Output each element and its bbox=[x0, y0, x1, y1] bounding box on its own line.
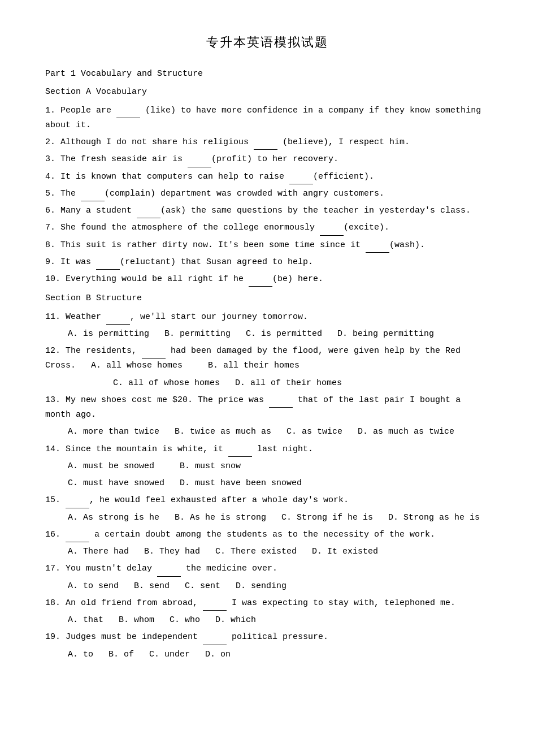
sectionA-heading: Section A Vocabulary bbox=[45, 85, 489, 100]
blank-7 bbox=[320, 235, 344, 236]
options-14b: C. must have snowed D. must have been sn… bbox=[68, 476, 489, 491]
question-6: 6. Many a student (ask) the same questio… bbox=[45, 204, 489, 218]
part1-heading: Part 1 Vocabulary and Structure bbox=[45, 67, 489, 81]
question-2: 2. Although I do not share his religious… bbox=[45, 135, 489, 150]
question-9: 9. It was (reluctant) that Susan agreed … bbox=[45, 255, 489, 270]
question-17: 17. You mustn't delay the medicine over. bbox=[45, 561, 489, 576]
options-15: A. As strong is he B. As he is strong C.… bbox=[68, 511, 489, 525]
question-11: 11. Weather , we'll start our journey to… bbox=[45, 310, 489, 325]
question-10: 10. Everything would be all right if he … bbox=[45, 272, 489, 287]
question-19: 19. Judges must be independent political… bbox=[45, 630, 489, 645]
blank-4 bbox=[289, 184, 313, 184]
question-18: 18. An old friend from abroad, I was exp… bbox=[45, 596, 489, 611]
page-title: 专升本英语模拟试题 bbox=[45, 34, 489, 51]
options-19: A. to B. of C. under D. on bbox=[68, 647, 489, 662]
blank-3 bbox=[188, 167, 211, 167]
question-3: 3. The fresh seaside air is (profit) to … bbox=[45, 152, 489, 167]
blank-1 bbox=[116, 118, 140, 118]
blank-15 bbox=[66, 508, 89, 508]
blank-10 bbox=[249, 286, 272, 287]
blank-19 bbox=[203, 645, 227, 645]
options-14a: A. must be snowed B. must snow bbox=[68, 459, 489, 474]
blank-9 bbox=[96, 269, 120, 270]
options-16: A. There had B. They had C. There existe… bbox=[68, 545, 489, 559]
options-13: A. more than twice B. twice as much as C… bbox=[68, 425, 489, 439]
options-11: A. is permitting B. permitting C. is per… bbox=[68, 327, 489, 342]
question-15: 15. , he would feel exhausted after a wh… bbox=[45, 493, 489, 508]
blank-14 bbox=[228, 456, 252, 457]
question-1: 1. People are (like) to have more confid… bbox=[45, 103, 489, 133]
question-13: 13. My new shoes cost me $20. The price … bbox=[45, 393, 489, 423]
blank-5 bbox=[81, 201, 105, 201]
question-12: 12. The residents, had been damaged by t… bbox=[45, 344, 489, 374]
blank-17 bbox=[157, 576, 181, 577]
question-5: 5. The (complain) department was crowded… bbox=[45, 187, 489, 201]
question-8: 8. This suit is rather dirty now. It's b… bbox=[45, 238, 489, 253]
blank-2 bbox=[254, 149, 277, 150]
blank-6 bbox=[137, 218, 160, 218]
blank-16 bbox=[66, 542, 89, 542]
blank-13 bbox=[269, 407, 293, 408]
options-17: A. to send B. send C. sent D. sending bbox=[68, 579, 489, 594]
blank-8 bbox=[366, 252, 389, 253]
options-18: A. that B. whom C. who D. which bbox=[68, 613, 489, 628]
question-14: 14. Since the mountain is white, it last… bbox=[45, 442, 489, 457]
blank-18 bbox=[203, 610, 227, 611]
blank-11 bbox=[106, 324, 130, 325]
question-4: 4. It is known that computers can help t… bbox=[45, 170, 489, 184]
blank-12 bbox=[142, 358, 166, 358]
sectionB-heading: Section B Structure bbox=[45, 291, 489, 306]
options-12: C. all of whose homes D. all of their ho… bbox=[113, 376, 489, 391]
question-16: 16. a certain doubt among the students a… bbox=[45, 528, 489, 542]
question-7: 7. She found the atmosphere of the colle… bbox=[45, 221, 489, 235]
